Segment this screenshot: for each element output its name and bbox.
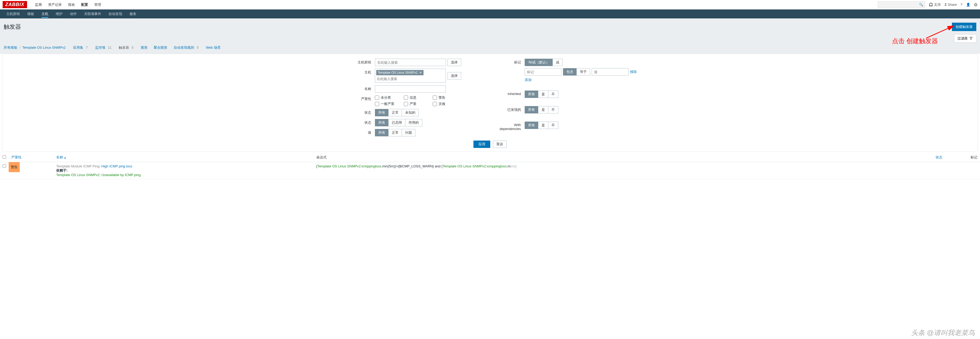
tag-remove-link[interactable]: 移除 [630, 69, 637, 74]
lbl-state: 状态 [344, 109, 375, 115]
tab-graphs[interactable]: 图形 [141, 46, 148, 50]
topmenu-item-admin[interactable]: 管理 [91, 0, 104, 10]
select-all-checkbox[interactable] [3, 155, 6, 159]
support-link[interactable]: 🎧 支持 [929, 2, 941, 7]
search-input[interactable] [880, 3, 919, 6]
search-icon[interactable]: 🔍 [919, 3, 923, 6]
page-header: 触发器 创建触发器 [0, 18, 980, 33]
inh-no[interactable]: 不 [548, 91, 558, 98]
value-all[interactable]: 所有 [375, 129, 388, 136]
hostgroup-input[interactable] [375, 59, 446, 66]
host-tag[interactable]: Template OS Linux SNMPv2✕ [376, 70, 423, 75]
share-link[interactable]: Z Share [945, 3, 957, 6]
row-checkbox[interactable] [3, 164, 6, 168]
tag-value-input[interactable] [592, 68, 628, 75]
disc-all[interactable]: 所有 [525, 106, 538, 114]
topmenu-item-reports[interactable]: 报表 [65, 0, 78, 10]
user-icon[interactable]: 👤 [966, 3, 970, 6]
triggers-table: 严重性 名称 表达式 状态 标记 警告 Template Module ICMP… [0, 153, 980, 179]
state-buttons: 所有 正常 未知的 [375, 109, 461, 116]
table-row: 警告 Template Module ICMP Ping: High ICMP … [0, 162, 980, 179]
sev-disaster[interactable]: 灾难 [433, 102, 461, 106]
status-enabled[interactable]: 已启用 [388, 119, 406, 126]
tab-screens[interactable]: 聚合图形 [154, 46, 167, 50]
status-disabled[interactable]: 停用的 [405, 119, 422, 126]
tags-andor[interactable]: 与/或（默认） [525, 59, 553, 66]
value-ok[interactable]: 正常 [388, 129, 402, 136]
th-name[interactable]: 名称 [54, 153, 314, 162]
sev-notclassified[interactable]: 未分类 [375, 95, 404, 100]
topmenu-item-config[interactable]: 配置 [78, 0, 91, 10]
depends-trigger-link[interactable]: Unavailable by ICMP ping [102, 173, 140, 177]
th-status[interactable]: 状态 [910, 153, 945, 162]
host-input[interactable] [376, 76, 445, 82]
tab-web[interactable]: Web 场景 [206, 46, 220, 50]
tags-mode: 与/或（默认） 或 [525, 59, 637, 66]
subnav-actions[interactable]: 动作 [66, 10, 80, 18]
tag-add-link[interactable]: 添加 [525, 78, 531, 82]
topmenu-item-monitor[interactable]: 监测 [32, 0, 45, 10]
depends-template-link[interactable]: Template OS Linux SNMPv2 [56, 173, 100, 177]
subnav-hosts[interactable]: 主机 [38, 10, 52, 18]
tab-apps[interactable]: 应用集 7 [73, 46, 89, 50]
power-icon[interactable]: ⏻ [974, 3, 977, 6]
name-input[interactable] [375, 85, 446, 93]
state-normal[interactable]: 正常 [388, 109, 402, 116]
subnav-maintenance[interactable]: 维护 [52, 10, 66, 18]
host-multi-input[interactable]: Template OS Linux SNMPv2✕ [375, 69, 446, 83]
topmenu-item-inventory[interactable]: 资产记录 [45, 0, 65, 10]
value-problem[interactable]: 问题 [402, 129, 415, 136]
trigger-name-link[interactable]: High ICMP ping loss [102, 164, 132, 168]
apply-button[interactable]: 应用 [473, 141, 490, 148]
subnav-discovery[interactable]: 自动发现 [105, 10, 126, 18]
filter-right: 标记 与/或（默认） 或 包含 等于 移除 添加 Inherited [493, 59, 637, 136]
filter-toggle-button[interactable]: 过滤器 [954, 34, 976, 43]
tag-name-input[interactable] [525, 68, 562, 75]
deps-no[interactable]: 不 [548, 122, 558, 129]
tag-op-equals[interactable]: 等于 [576, 68, 590, 75]
disc-yes[interactable]: 是 [538, 106, 548, 114]
subnav-correlation[interactable]: 关联项事件 [80, 10, 105, 18]
tab-triggers[interactable]: 触发器 5 [119, 46, 135, 50]
inh-yes[interactable]: 是 [538, 91, 548, 98]
tab-items[interactable]: 监控项 11 [95, 46, 113, 50]
deps-yes[interactable]: 是 [538, 122, 548, 129]
tab-discovery[interactable]: 自动发现规则 5 [173, 46, 200, 50]
host-tag-remove[interactable]: ✕ [419, 71, 422, 75]
create-trigger-button[interactable]: 创建触发器 [952, 22, 976, 31]
tag-op-contains[interactable]: 包含 [563, 68, 577, 75]
topmenu: 监测 资产记录 报表 配置 管理 [32, 0, 104, 10]
lbl-value: 值 [344, 129, 375, 135]
discovered-buttons: 所有 是 不 [525, 106, 637, 114]
cell-name: Template Module ICMP Ping: High ICMP pin… [54, 162, 314, 179]
filter-panel: 主机群组 选择 主机 Template OS Linux SNMPv2✕ 选择 … [2, 54, 978, 152]
help-icon[interactable]: ? [961, 3, 963, 6]
bc-template[interactable]: Template OS Linux SNMPv2 [22, 46, 66, 50]
sev-high[interactable]: 严重 [404, 102, 433, 106]
host-select-btn[interactable]: 选择 [447, 72, 461, 80]
subnav-services[interactable]: 服务 [126, 10, 140, 18]
disc-no[interactable]: 不 [548, 106, 558, 114]
tags-or[interactable]: 或 [552, 59, 563, 66]
sev-info[interactable]: 信息 [404, 95, 433, 100]
bc-sep: / [19, 46, 21, 50]
inh-all[interactable]: 所有 [525, 91, 538, 98]
reset-button[interactable]: 重设 [493, 141, 507, 148]
subnav-hostgroups[interactable]: 主机群组 [3, 10, 24, 18]
sev-warning[interactable]: 警告 [433, 95, 461, 100]
state-all[interactable]: 所有 [375, 109, 388, 116]
expr-link-2[interactable]: Template OS Linux SNMPv2:icmppingloss [443, 164, 507, 168]
sev-average[interactable]: 一般严重 [375, 102, 404, 106]
status-all[interactable]: 所有 [375, 119, 388, 126]
th-severity[interactable]: 严重性 [9, 153, 54, 162]
hostgroup-select-btn[interactable]: 选择 [447, 59, 461, 66]
logo[interactable]: ZABBIX [3, 1, 27, 8]
bc-all-templates[interactable]: 所有模板 [4, 46, 18, 50]
expr-link-1[interactable]: Template OS Linux SNMPv2:icmppingloss [317, 164, 382, 168]
state-unknown[interactable]: 未知的 [402, 109, 419, 116]
global-search[interactable]: 🔍 [878, 1, 925, 8]
subnav-templates[interactable]: 模板 [24, 10, 38, 18]
filter-actions: 应用 重设 [2, 141, 978, 148]
deps-all[interactable]: 所有 [525, 122, 538, 129]
lbl-tags: 标记 [493, 59, 525, 65]
